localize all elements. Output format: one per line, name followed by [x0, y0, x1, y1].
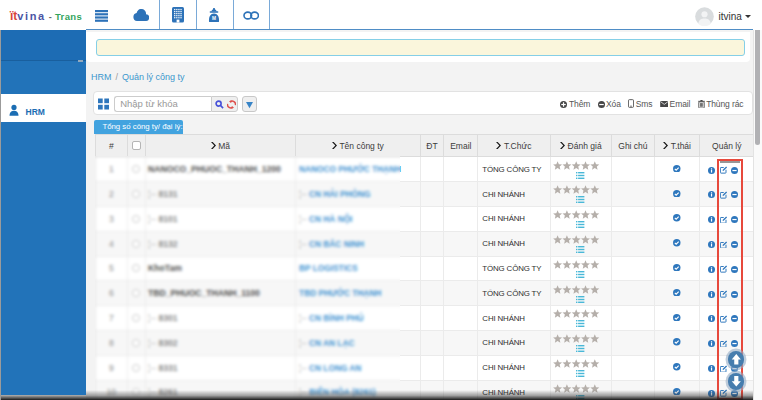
svg-text:M: M	[212, 15, 216, 20]
